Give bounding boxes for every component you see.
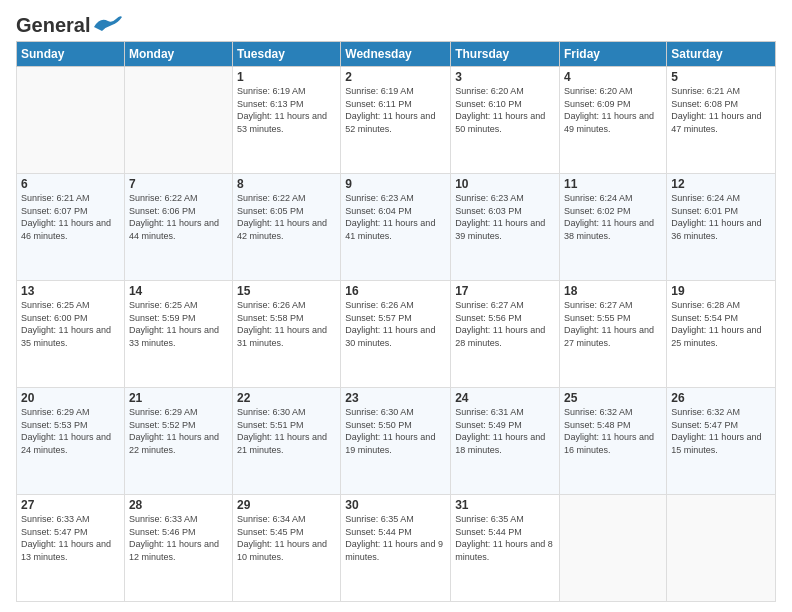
calendar-header-saturday: Saturday [667,42,776,67]
calendar-cell: 7Sunrise: 6:22 AMSunset: 6:06 PMDaylight… [124,174,232,281]
day-info: Sunrise: 6:22 AMSunset: 6:06 PMDaylight:… [129,192,228,242]
day-info: Sunrise: 6:23 AMSunset: 6:03 PMDaylight:… [455,192,555,242]
day-info: Sunrise: 6:20 AMSunset: 6:09 PMDaylight:… [564,85,662,135]
calendar-header-thursday: Thursday [451,42,560,67]
day-info: Sunrise: 6:34 AMSunset: 5:45 PMDaylight:… [237,513,336,563]
day-info: Sunrise: 6:35 AMSunset: 5:44 PMDaylight:… [455,513,555,563]
day-info: Sunrise: 6:31 AMSunset: 5:49 PMDaylight:… [455,406,555,456]
day-number: 7 [129,177,228,191]
calendar-cell: 16Sunrise: 6:26 AMSunset: 5:57 PMDayligh… [341,281,451,388]
day-number: 11 [564,177,662,191]
day-info: Sunrise: 6:21 AMSunset: 6:07 PMDaylight:… [21,192,120,242]
calendar-cell: 5Sunrise: 6:21 AMSunset: 6:08 PMDaylight… [667,67,776,174]
calendar-cell: 9Sunrise: 6:23 AMSunset: 6:04 PMDaylight… [341,174,451,281]
day-number: 1 [237,70,336,84]
day-number: 14 [129,284,228,298]
day-info: Sunrise: 6:25 AMSunset: 5:59 PMDaylight:… [129,299,228,349]
calendar-cell: 27Sunrise: 6:33 AMSunset: 5:47 PMDayligh… [17,495,125,602]
calendar-cell [667,495,776,602]
calendar-cell: 31Sunrise: 6:35 AMSunset: 5:44 PMDayligh… [451,495,560,602]
day-number: 23 [345,391,446,405]
calendar-cell: 13Sunrise: 6:25 AMSunset: 6:00 PMDayligh… [17,281,125,388]
day-info: Sunrise: 6:33 AMSunset: 5:47 PMDaylight:… [21,513,120,563]
day-info: Sunrise: 6:24 AMSunset: 6:01 PMDaylight:… [671,192,771,242]
day-info: Sunrise: 6:24 AMSunset: 6:02 PMDaylight:… [564,192,662,242]
calendar-cell: 12Sunrise: 6:24 AMSunset: 6:01 PMDayligh… [667,174,776,281]
calendar-cell: 3Sunrise: 6:20 AMSunset: 6:10 PMDaylight… [451,67,560,174]
calendar-cell: 6Sunrise: 6:21 AMSunset: 6:07 PMDaylight… [17,174,125,281]
header: General [16,10,776,33]
day-number: 15 [237,284,336,298]
day-number: 12 [671,177,771,191]
day-number: 2 [345,70,446,84]
day-info: Sunrise: 6:29 AMSunset: 5:52 PMDaylight:… [129,406,228,456]
day-number: 26 [671,391,771,405]
calendar-cell: 15Sunrise: 6:26 AMSunset: 5:58 PMDayligh… [233,281,341,388]
calendar-cell: 28Sunrise: 6:33 AMSunset: 5:46 PMDayligh… [124,495,232,602]
calendar-cell: 22Sunrise: 6:30 AMSunset: 5:51 PMDayligh… [233,388,341,495]
calendar-week-row: 13Sunrise: 6:25 AMSunset: 6:00 PMDayligh… [17,281,776,388]
day-number: 25 [564,391,662,405]
day-info: Sunrise: 6:30 AMSunset: 5:50 PMDaylight:… [345,406,446,456]
day-number: 10 [455,177,555,191]
day-info: Sunrise: 6:23 AMSunset: 6:04 PMDaylight:… [345,192,446,242]
calendar-cell: 18Sunrise: 6:27 AMSunset: 5:55 PMDayligh… [560,281,667,388]
calendar-header-tuesday: Tuesday [233,42,341,67]
page: General SundayMondayTuesdayWednesdayThur… [0,0,792,612]
day-number: 24 [455,391,555,405]
day-info: Sunrise: 6:32 AMSunset: 5:48 PMDaylight:… [564,406,662,456]
calendar-cell: 4Sunrise: 6:20 AMSunset: 6:09 PMDaylight… [560,67,667,174]
day-number: 13 [21,284,120,298]
day-number: 22 [237,391,336,405]
day-number: 19 [671,284,771,298]
calendar-header-row: SundayMondayTuesdayWednesdayThursdayFrid… [17,42,776,67]
calendar-cell: 19Sunrise: 6:28 AMSunset: 5:54 PMDayligh… [667,281,776,388]
calendar-cell: 20Sunrise: 6:29 AMSunset: 5:53 PMDayligh… [17,388,125,495]
day-number: 8 [237,177,336,191]
day-number: 5 [671,70,771,84]
day-info: Sunrise: 6:26 AMSunset: 5:58 PMDaylight:… [237,299,336,349]
day-info: Sunrise: 6:22 AMSunset: 6:05 PMDaylight:… [237,192,336,242]
calendar-cell [560,495,667,602]
day-info: Sunrise: 6:27 AMSunset: 5:55 PMDaylight:… [564,299,662,349]
calendar-cell: 29Sunrise: 6:34 AMSunset: 5:45 PMDayligh… [233,495,341,602]
logo: General [16,14,122,33]
calendar-week-row: 27Sunrise: 6:33 AMSunset: 5:47 PMDayligh… [17,495,776,602]
day-info: Sunrise: 6:33 AMSunset: 5:46 PMDaylight:… [129,513,228,563]
calendar-cell: 10Sunrise: 6:23 AMSunset: 6:03 PMDayligh… [451,174,560,281]
day-info: Sunrise: 6:29 AMSunset: 5:53 PMDaylight:… [21,406,120,456]
day-number: 4 [564,70,662,84]
day-info: Sunrise: 6:27 AMSunset: 5:56 PMDaylight:… [455,299,555,349]
day-info: Sunrise: 6:28 AMSunset: 5:54 PMDaylight:… [671,299,771,349]
calendar-cell: 24Sunrise: 6:31 AMSunset: 5:49 PMDayligh… [451,388,560,495]
calendar-header-monday: Monday [124,42,232,67]
day-info: Sunrise: 6:26 AMSunset: 5:57 PMDaylight:… [345,299,446,349]
day-info: Sunrise: 6:21 AMSunset: 6:08 PMDaylight:… [671,85,771,135]
calendar-cell: 1Sunrise: 6:19 AMSunset: 6:13 PMDaylight… [233,67,341,174]
day-number: 29 [237,498,336,512]
day-info: Sunrise: 6:20 AMSunset: 6:10 PMDaylight:… [455,85,555,135]
day-info: Sunrise: 6:19 AMSunset: 6:11 PMDaylight:… [345,85,446,135]
day-number: 16 [345,284,446,298]
day-number: 31 [455,498,555,512]
calendar-cell: 8Sunrise: 6:22 AMSunset: 6:05 PMDaylight… [233,174,341,281]
day-info: Sunrise: 6:25 AMSunset: 6:00 PMDaylight:… [21,299,120,349]
day-number: 21 [129,391,228,405]
calendar-header-sunday: Sunday [17,42,125,67]
day-number: 20 [21,391,120,405]
day-number: 27 [21,498,120,512]
day-info: Sunrise: 6:30 AMSunset: 5:51 PMDaylight:… [237,406,336,456]
calendar-cell [124,67,232,174]
day-number: 30 [345,498,446,512]
calendar-cell: 23Sunrise: 6:30 AMSunset: 5:50 PMDayligh… [341,388,451,495]
calendar-week-row: 20Sunrise: 6:29 AMSunset: 5:53 PMDayligh… [17,388,776,495]
calendar-cell [17,67,125,174]
day-info: Sunrise: 6:19 AMSunset: 6:13 PMDaylight:… [237,85,336,135]
calendar-header-friday: Friday [560,42,667,67]
calendar-week-row: 1Sunrise: 6:19 AMSunset: 6:13 PMDaylight… [17,67,776,174]
day-info: Sunrise: 6:35 AMSunset: 5:44 PMDaylight:… [345,513,446,563]
calendar-cell: 2Sunrise: 6:19 AMSunset: 6:11 PMDaylight… [341,67,451,174]
calendar-cell: 11Sunrise: 6:24 AMSunset: 6:02 PMDayligh… [560,174,667,281]
logo-text: General [16,14,90,37]
calendar-cell: 21Sunrise: 6:29 AMSunset: 5:52 PMDayligh… [124,388,232,495]
